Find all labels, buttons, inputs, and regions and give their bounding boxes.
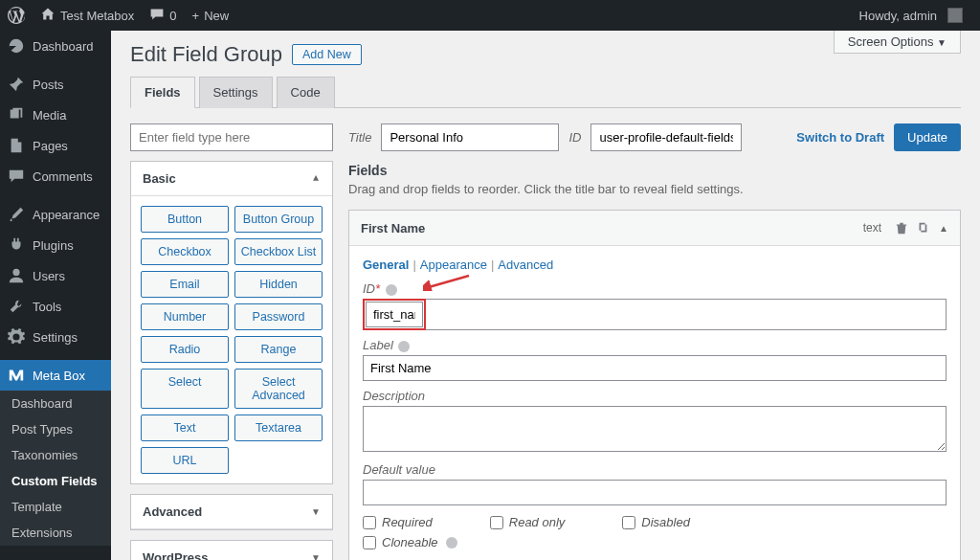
check-required[interactable]: Required (363, 515, 433, 529)
avatar (947, 8, 963, 23)
tab-settings[interactable]: Settings (199, 77, 273, 108)
user-menu[interactable]: Howdy, admin (852, 0, 970, 31)
comments-bubble[interactable]: 0 (142, 0, 184, 31)
fieldtype-password[interactable]: Password (234, 303, 323, 330)
check-readonly[interactable]: Read only (490, 515, 566, 529)
menu-users[interactable]: Users (0, 260, 111, 291)
submenu-post-types[interactable]: Post Types (0, 416, 111, 442)
admin-sidebar: Dashboard Posts Media Pages Comments App… (0, 31, 111, 560)
fieldtype-text[interactable]: Text (141, 414, 229, 441)
category-wordpress-head[interactable]: WordPress▼ (131, 541, 332, 560)
submenu-taxonomies[interactable]: Taxonomies (0, 442, 111, 468)
group-id-input[interactable] (590, 123, 742, 151)
comments-count: 0 (169, 9, 176, 23)
fields-desc: Drag and drop fields to reorder. Click t… (348, 182, 961, 196)
dashboard-icon (8, 37, 25, 55)
field-default-input[interactable] (363, 480, 947, 505)
new-content-menu[interactable]: + New (185, 0, 237, 31)
field-first-name: First Name text ▲ General|Appearance|Adv… (348, 210, 961, 560)
field-first-name-head[interactable]: First Name text ▲ (349, 211, 960, 246)
field-description-textarea[interactable] (363, 406, 947, 452)
menu-pages[interactable]: Pages (0, 130, 111, 161)
chevron-up-icon: ▼ (311, 173, 321, 184)
main-content: Screen Options ▼ Edit Field Group Add Ne… (111, 31, 980, 560)
tab-fields[interactable]: Fields (130, 77, 195, 108)
fieldtype-hidden[interactable]: Hidden (234, 271, 323, 298)
submenu-extensions[interactable]: Extensions (0, 520, 111, 546)
submenu-template[interactable]: Template (0, 494, 111, 520)
fieldtype-email[interactable]: Email (141, 271, 229, 298)
chevron-down-icon: ▼ (937, 37, 947, 48)
field-description-label: Description (363, 389, 947, 403)
fields-heading: Fields (348, 163, 961, 178)
subtab-advanced[interactable]: Advanced (498, 258, 553, 272)
chevron-down-icon: ▼ (311, 506, 321, 517)
collapse-icon[interactable]: ▲ (939, 223, 948, 234)
menu-plugins[interactable]: Plugins (0, 230, 111, 260)
gear-icon (8, 328, 25, 346)
site-name-link[interactable]: Test Metabox (33, 0, 142, 31)
fieldtype-checkbox[interactable]: Checkbox (141, 238, 229, 265)
fieldtype-checkbox-list[interactable]: Checkbox List (234, 238, 323, 265)
fieldtype-radio[interactable]: Radio (141, 336, 229, 363)
menu-dashboard[interactable]: Dashboard (0, 31, 111, 61)
subtab-appearance[interactable]: Appearance (420, 258, 487, 272)
wp-logo-menu[interactable] (0, 0, 33, 31)
help-icon[interactable] (398, 341, 410, 352)
comment-icon (8, 168, 25, 185)
trash-icon[interactable] (894, 220, 909, 235)
menu-appearance[interactable]: Appearance (0, 199, 111, 230)
collapse-menu[interactable]: Collapse menu (0, 551, 111, 560)
submenu-custom-fields[interactable]: Custom Fields (0, 468, 111, 494)
menu-settings[interactable]: Settings (0, 322, 111, 352)
menu-comments[interactable]: Comments (0, 161, 111, 191)
main-tabs: Fields Settings Code (130, 77, 961, 108)
fieldtype-range[interactable]: Range (234, 336, 323, 363)
group-title-input[interactable] (381, 123, 559, 151)
menu-meta-box[interactable]: Meta Box (0, 360, 111, 391)
fieldtype-number[interactable]: Number (141, 303, 229, 330)
plus-icon: + (192, 9, 200, 23)
help-icon[interactable] (386, 284, 397, 296)
screen-options-toggle[interactable]: Screen Options ▼ (834, 31, 961, 54)
update-button[interactable]: Update (894, 123, 961, 151)
switch-to-draft-link[interactable]: Switch to Draft (796, 130, 884, 145)
field-type-search[interactable] (130, 123, 333, 151)
fieldtype-select[interactable]: Select (141, 369, 229, 409)
category-basic-head[interactable]: Basic ▼ (131, 162, 332, 196)
field-editor: Title ID Switch to Draft Update Fields D… (348, 123, 961, 560)
add-new-button[interactable]: Add New (292, 44, 362, 65)
tab-code[interactable]: Code (277, 77, 335, 108)
page-icon (8, 137, 25, 154)
subtab-general[interactable]: General (363, 258, 409, 272)
menu-tools[interactable]: Tools (0, 291, 111, 322)
fieldtype-url[interactable]: URL (141, 447, 229, 474)
fieldtype-button[interactable]: Button (141, 206, 229, 233)
help-icon[interactable] (446, 537, 457, 549)
metabox-icon (8, 367, 25, 384)
field-label-label: Label (363, 338, 947, 352)
user-icon (8, 267, 25, 284)
fieldtype-button-group[interactable]: Button Group (234, 206, 323, 233)
site-name-label: Test Metabox (60, 9, 134, 23)
pin-icon (8, 76, 25, 93)
howdy-text: Howdy, admin (859, 9, 937, 23)
fieldtype-select-advanced[interactable]: Select Advanced (234, 369, 323, 409)
admin-bar: Test Metabox 0 + New Howdy, admin (0, 0, 980, 31)
check-cloneable[interactable]: Cloneable (363, 535, 457, 549)
category-advanced-head[interactable]: Advanced▼ (131, 495, 332, 529)
copy-icon[interactable] (915, 220, 930, 235)
field-label-input[interactable] (363, 355, 947, 381)
category-wordpress: WordPress▼ (130, 540, 333, 560)
field-id-label: ID* (363, 281, 947, 296)
field-id-input[interactable] (366, 302, 423, 327)
fieldtype-textarea[interactable]: Textarea (234, 414, 323, 441)
check-disabled[interactable]: Disabled (622, 515, 690, 529)
id-highlight-annotation (363, 299, 426, 330)
submenu-dashboard[interactable]: Dashboard (0, 391, 111, 416)
menu-posts[interactable]: Posts (0, 69, 111, 100)
field-types-panel: Basic ▼ Button Button Group Checkbox Che… (130, 123, 333, 560)
menu-media[interactable]: Media (0, 100, 111, 130)
svg-point-0 (12, 269, 19, 276)
field-id-input-cont[interactable] (426, 299, 947, 330)
